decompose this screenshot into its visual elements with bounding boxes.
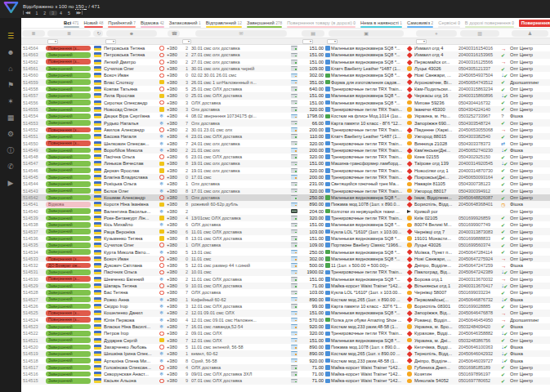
page-button-5[interactable]: 5 (65, 11, 73, 16)
sidebar-item-tasks-icon[interactable]: ⚑ (7, 82, 14, 89)
table-row[interactable]: 514548ЗавершенийПасічна Ольга+380623.01 … (21, 154, 550, 160)
table-row[interactable]: 514522ЗавершенийПетров Ігор+380209.01 см… (21, 330, 550, 336)
tab-Відправлений[interactable]: Відправлений12 (206, 18, 242, 28)
tab-Прийнятий[interactable]: Прийнятий7 (108, 18, 136, 28)
table-row[interactable]: 514521ЗавершенийДударев Сергій+380712.01… (21, 336, 550, 343)
page-button-3[interactable]: 3 (49, 11, 57, 16)
table-row[interactable]: 514564Повернення (з...Петровська Тетяна+… (21, 45, 550, 51)
table-row[interactable]: 514560ЗавершенийБокоч Иван+380002.02 30.… (21, 72, 550, 78)
tab-Повернення[interactable]: Повернення (519, 20, 550, 27)
table-row[interactable]: 514515ЗавершенийКасьян Альона+380907.01 … (21, 377, 550, 384)
first-page-button[interactable]: ◀◀ (23, 11, 31, 15)
table-row[interactable]: 514558ЗавершенийКовпак Татьяна+380525.01… (21, 86, 550, 92)
per-page-dropdown[interactable]: 150 ▾ (75, 3, 87, 9)
sidebar-item-contacts-icon[interactable]: ☻ (7, 49, 14, 56)
table-row[interactable]: 514559ЗавершенийВлас Слоткоу+380326.01 с… (21, 79, 550, 86)
sidebar-item-stats-icon[interactable]: ▦ (7, 114, 15, 122)
filter-dropdown-city[interactable]: ▾ (416, 39, 427, 44)
table-row[interactable]: 514552Повернення (з...Авилов Александр+3… (21, 127, 550, 133)
filter-dropdown-cnt[interactable]: ▾ (182, 39, 191, 44)
table-row[interactable]: 514540ЗавершенийВалентина Василье...❄+38… (21, 208, 550, 215)
table-row[interactable]: 514550Повернення (з...Шелковин Олексан..… (21, 140, 550, 146)
table-row[interactable]: 514563ЗавершенийПетровська Тетяна+380227… (21, 51, 550, 58)
col-header-product[interactable]: ▣ (325, 30, 407, 37)
table-row[interactable]: 514525Повернення (з...Кошеленко Данил❄+3… (21, 310, 550, 316)
table-row[interactable]: 514532ДО Возврат ож...Дукович Світлана+3… (21, 262, 550, 269)
sidebar-item-video-icon[interactable]: ▶ (8, 180, 14, 187)
tab-Самовивіз[interactable]: Самовивіз2 (407, 18, 433, 28)
col-header-id[interactable]: ≣ (21, 30, 46, 37)
table-row[interactable]: 514519ЗавершенийШишкіна Ірина Олек...❄+3… (21, 350, 550, 357)
table-row[interactable]: 514542ЗавершенийКошмак Александр+3805Олх… (21, 194, 550, 201)
table-row[interactable]: 514546ЗавершенийДеркач Ярослав+380219.01… (21, 167, 550, 174)
table-row[interactable]: 514530Повернення (з...Шевченко Евгений❄+… (21, 276, 550, 283)
tab-Завершений[interactable]: Завершений278 (247, 18, 282, 28)
table-row[interactable]: 514534ЗавершенийКурта Микола Вікто...❄+3… (21, 248, 550, 255)
table-row[interactable]: 514529ЗавершенийШапарь Тетяна+380910.01 … (21, 283, 550, 289)
table-row[interactable]: 514520ЗавершенийЗахарченко Любовь+380511… (21, 344, 550, 350)
table-row[interactable]: 514536ЗавершенийКузьменко Тетяна+380813.… (21, 235, 550, 242)
sidebar-item-support-icon[interactable]: ✆ (7, 163, 14, 171)
filter-dropdown-name[interactable]: ▾ (105, 39, 116, 44)
sidebar-item-info-icon[interactable]: ⓘ (7, 147, 15, 154)
table-row[interactable]: 514527ЗавершенийРожко Анна❄+3801Кофейный… (21, 296, 550, 303)
table-row[interactable]: 514551ЗавершенийБасова Наталя❄+380423.01… (21, 133, 550, 140)
table-row[interactable]: 514528ЗавершенийБас Тетяна+3807ОЛХ доста… (21, 289, 550, 296)
table-row[interactable]: 514524Повернення (з...Юлія Первова❄+3804… (21, 317, 550, 323)
tab-Новий[interactable]: Новий48 (84, 18, 104, 28)
page-button-2[interactable]: 2 (41, 11, 49, 16)
order-total: 200.00 (301, 127, 325, 133)
page-button-4[interactable]: 4 (57, 11, 65, 16)
table-row[interactable]: 514554ЗавершенийДацюк Віра Сергіївна❄+38… (21, 113, 550, 119)
last-page-button[interactable]: ▶▶ (74, 11, 83, 15)
filter-dropdown-product[interactable]: ▾ (327, 39, 338, 44)
sidebar-item-settings-icon[interactable]: ⚙ (7, 131, 14, 138)
table-row[interactable]: 514535ЗавершенийСучилов Олег+3801ОЛХ дос… (21, 242, 550, 248)
table-row[interactable]: 514523ЗавершенийВласюк Ніна Василі...❄+3… (21, 323, 550, 330)
table-row[interactable]: 514537ЗавершенийРаца Вероніка+380611.01 … (21, 228, 550, 234)
col-header-mgr[interactable]: ♟ (510, 30, 550, 37)
filter-dropdown-status[interactable]: ▾ (47, 39, 58, 44)
table-row[interactable]: 514553ЗавершенийРудько Наталья❄+3807Олх … (21, 119, 550, 126)
table-row[interactable]: 514555ЗавершенийНовосад Олеся+3803Олх до… (21, 106, 550, 113)
table-row[interactable]: 514516ЗавершенийСкворунская Анаст...❄+38… (21, 371, 550, 377)
tab-Сервісні[interactable]: Сервісні0 (438, 18, 460, 28)
table-row[interactable]: 514549ЗавершенийВоробйов Микола❄+380221.… (21, 147, 550, 154)
table-row[interactable]: 514531ЗавершенийПасічник Ольга+380210.01… (21, 269, 550, 275)
col-header-price[interactable]: ▤ (301, 30, 325, 37)
table-row[interactable]: 514517ЗавершенийГоловінова Олексан...+38… (21, 364, 550, 371)
tab-Повернення товару (в дорозі)[interactable]: Повернення товару (в дорозі)0 (287, 18, 355, 28)
table-row[interactable]: 514518ЗавершенийАртюхіна Олена Ми...❄+38… (21, 357, 550, 363)
sidebar-item-broadcast-icon[interactable]: ✶ (7, 98, 14, 105)
tab-Всі[interactable]: Всі471 (64, 18, 79, 28)
table-row[interactable]: 514561ЗавершенийСучилов Олег+380130.01 с… (21, 65, 550, 72)
filter-dropdown-price[interactable]: ▾ (302, 39, 313, 44)
col-header-phone[interactable]: ☎ (167, 30, 181, 37)
col-header-flag[interactable]: ↻ (92, 30, 104, 37)
tab-Нема в наявності[interactable]: Нема в наявності1 (360, 18, 402, 28)
table-row[interactable]: 514556ЗавершенийСиротюк Олександр+3803ОЛ… (21, 100, 550, 106)
sidebar-item-company-icon[interactable]: ⌂ (8, 65, 12, 73)
table-row[interactable]: 514544ЗавершенийРокіцька Ольга❄+3801Олх … (21, 180, 550, 187)
table-row[interactable]: 514539ЗавершенийРоке-Бетанкурт Лін...+38… (21, 215, 550, 221)
tab-В дорозі повернення[interactable]: В дорозі повернення0 (465, 18, 514, 28)
table-row[interactable]: 514538ЗавершенийКісь Михайло❄+3806ОЛХ до… (21, 221, 550, 228)
table-row[interactable]: 514545ЗавершенийБлагіна Владислава+38001… (21, 174, 550, 180)
table-row[interactable]: 514543ЗавершенийБєлов Олег❄+380817.01 см… (21, 188, 550, 194)
col-header-name[interactable]: ☻ (104, 30, 159, 37)
col-header-status[interactable]: ≣ (46, 30, 92, 37)
table-row[interactable]: 514557ЗавершенийЛила Ярослав+380025.01 с… (21, 92, 550, 99)
col-header-comment[interactable]: ✉ (191, 30, 291, 37)
col-header-city[interactable]: ⌖ (414, 30, 458, 37)
sidebar-item-orders-icon[interactable]: ☰ (7, 33, 14, 40)
tab-Відмова[interactable]: Відмова42 (141, 18, 164, 28)
table-row[interactable]: 514547ЗавершенийЛиньков Вячеслав+380819.… (21, 160, 550, 167)
table-row[interactable]: 514562Повернення (з...Легкий Дмитро+3802… (21, 59, 550, 65)
col-header-track[interactable]: ▥ (458, 30, 501, 37)
table-row[interactable]: 514526ЗавершенийСвідро Ігор❄+380312.01 с… (21, 303, 550, 310)
app-logo-icon[interactable] (3, 1, 19, 18)
table-row[interactable]: 514541ВідмоваКоротя Ніна Іванівна+3808ро… (21, 201, 550, 207)
table-row[interactable]: 514533Повернення (з...Бокоч Иван+380011.… (21, 256, 550, 262)
page-button-1[interactable]: 1 (33, 11, 41, 16)
tab-Запакований[interactable]: Запакований1 (169, 18, 201, 28)
